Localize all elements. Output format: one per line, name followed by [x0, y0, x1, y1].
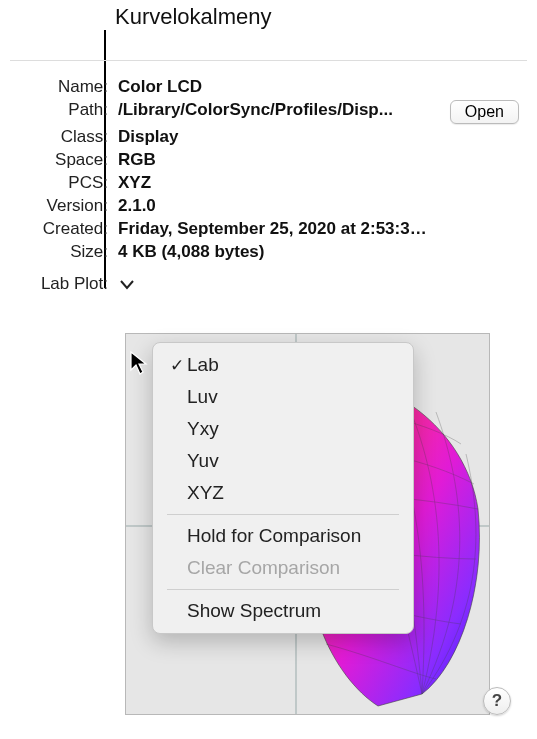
created-label: Created: [18, 219, 108, 239]
annotation-title: Kurvelokalmeny [115, 4, 272, 30]
pcs-value: XYZ [118, 173, 428, 193]
space-label: Space: [18, 150, 108, 170]
menu-item-show-spectrum[interactable]: Show Spectrum [153, 595, 413, 627]
size-label: Size: [18, 242, 108, 262]
name-label: Name: [18, 77, 108, 97]
space-value: RGB [118, 150, 428, 170]
menu-item-label: Yxy [187, 418, 395, 440]
name-value: Color LCD [118, 77, 428, 97]
menu-item-clear-comparison: Clear Comparison [153, 552, 413, 584]
menu-item-label: Luv [187, 386, 395, 408]
lab-plot-dropdown-trigger[interactable] [118, 276, 136, 294]
path-value: /Library/ColorSync/Profiles/Disp... [118, 100, 428, 124]
menu-item-yuv[interactable]: Yuv [153, 445, 413, 477]
menu-item-label: Clear Comparison [187, 557, 395, 579]
pcs-label: PCS: [18, 173, 108, 193]
menu-item-luv[interactable]: Luv [153, 381, 413, 413]
check-icon: ✓ [167, 355, 187, 376]
menu-separator [167, 589, 399, 590]
profile-info-panel: Name: Color LCD Path: /Library/ColorSync… [10, 60, 527, 729]
menu-item-yxy[interactable]: Yxy [153, 413, 413, 445]
class-label: Class: [18, 127, 108, 147]
menu-item-label: XYZ [187, 482, 395, 504]
menu-item-label: Hold for Comparison [187, 525, 395, 547]
menu-item-xyz[interactable]: XYZ [153, 477, 413, 509]
menu-item-hold-comparison[interactable]: Hold for Comparison [153, 520, 413, 552]
lab-plot-popup-menu: ✓ Lab Luv Yxy Yuv XYZ Hold for Compariso… [152, 342, 414, 634]
version-value: 2.1.0 [118, 196, 428, 216]
created-value: Friday, September 25, 2020 at 2:53:37 P.… [118, 219, 428, 239]
menu-item-lab[interactable]: ✓ Lab [153, 349, 413, 381]
path-label: Path: [18, 100, 108, 124]
profile-info-table: Name: Color LCD Path: /Library/ColorSync… [10, 77, 527, 262]
menu-separator [167, 514, 399, 515]
help-button[interactable]: ? [483, 687, 511, 715]
menu-item-label: Show Spectrum [187, 600, 395, 622]
size-value: 4 KB (4,088 bytes) [118, 242, 428, 262]
class-value: Display [118, 127, 428, 147]
menu-item-label: Yuv [187, 450, 395, 472]
menu-item-label: Lab [187, 354, 395, 376]
version-label: Version: [18, 196, 108, 216]
open-button[interactable]: Open [450, 100, 519, 124]
lab-plot-label: Lab Plot: [18, 272, 108, 294]
lab-plot-row: Lab Plot: [10, 272, 527, 294]
chevron-down-icon [120, 280, 134, 290]
